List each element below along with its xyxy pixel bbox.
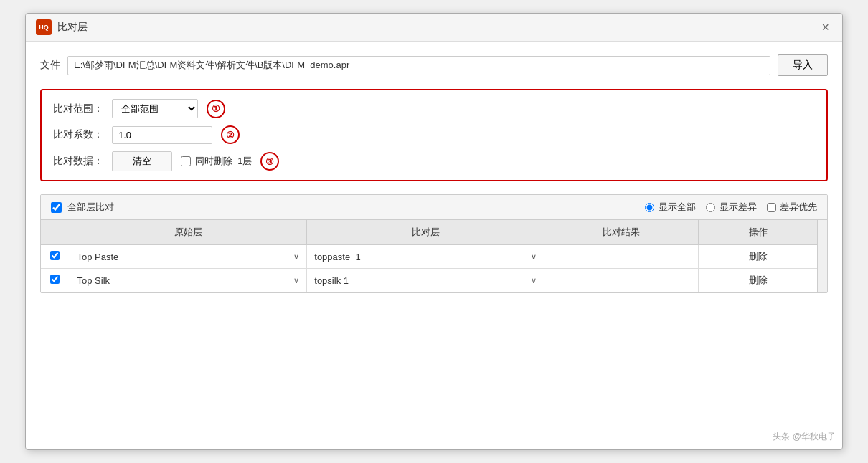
th-original-layer: 原始层	[70, 220, 307, 245]
param-row-1: 比对范围： 全部范围 ①	[53, 99, 815, 118]
table-row: Top Silk ∨ topsilk 1 ∨ 删除	[41, 269, 817, 292]
result-cell	[544, 245, 699, 269]
params-area: 比对范围： 全部范围 ① 比对系数： ② 比对数据： 清空	[40, 89, 828, 181]
radio-show-diff-group: 显示差异	[706, 201, 757, 214]
action-cell: 删除	[699, 245, 817, 269]
original-layer-dropdown[interactable]: ∨	[293, 276, 299, 285]
row-checkbox-cell	[41, 245, 70, 269]
scrollbar[interactable]	[817, 220, 827, 292]
compare-coefficient-input[interactable]	[112, 126, 212, 144]
compare-layer-dropdown[interactable]: ∨	[531, 252, 537, 262]
radio-show-diff-label: 显示差异	[720, 201, 757, 214]
compare-layer-name: toppaste_1	[314, 252, 527, 262]
window-title: 比对层	[57, 21, 88, 34]
param-label-1: 比对范围：	[53, 102, 103, 115]
close-button[interactable]: ×	[819, 19, 832, 35]
delete-layer-checkbox[interactable]	[181, 156, 191, 166]
compare-layer-dropdown[interactable]: ∨	[531, 276, 537, 285]
param-label-2: 比对系数：	[53, 128, 103, 141]
radio-show-all-group: 显示全部	[645, 201, 696, 214]
table-row: Top Paste ∨ toppaste_1 ∨ 删除	[41, 245, 817, 269]
th-action: 操作	[699, 220, 817, 245]
th-checkbox	[41, 220, 70, 245]
clear-button[interactable]: 清空	[112, 151, 172, 171]
layers-table: 原始层 比对层 比对结果 操作 Top Paste	[41, 220, 817, 292]
original-layer-cell: Top Paste ∨	[70, 245, 307, 269]
row-checkbox[interactable]	[50, 251, 60, 260]
layers-table-container: 原始层 比对层 比对结果 操作 Top Paste	[41, 220, 817, 292]
original-layer-name: Top Silk	[77, 275, 290, 286]
all-layers-label: 全部层比对	[67, 201, 114, 214]
action-cell: 删除	[699, 269, 817, 292]
original-layer-cell: Top Silk ∨	[70, 269, 307, 292]
compare-layer-name: topsilk 1	[314, 275, 527, 286]
circle-num-1: ①	[207, 100, 225, 118]
radio-show-all[interactable]	[645, 203, 654, 212]
row-checkbox[interactable]	[50, 275, 60, 284]
file-label: 文件	[40, 59, 60, 72]
file-row: 文件 导入	[40, 54, 828, 76]
diff-priority-label: 差异优先	[780, 201, 817, 214]
import-button[interactable]: 导入	[778, 54, 828, 76]
param-label-3: 比对数据：	[53, 155, 103, 168]
th-result: 比对结果	[544, 220, 699, 245]
th-compare-layer: 比对层	[307, 220, 544, 245]
title-bar: HQ 比对层 ×	[26, 14, 842, 42]
radio-show-all-label: 显示全部	[659, 201, 696, 214]
compare-header: 全部层比对 显示全部 显示差异 差异优先	[41, 195, 827, 220]
delete-check-label: 同时删除_1层	[195, 155, 252, 168]
result-cell	[544, 269, 699, 292]
radio-show-diff[interactable]	[706, 203, 715, 212]
row-checkbox-cell	[41, 269, 70, 292]
original-layer-dropdown[interactable]: ∨	[293, 252, 299, 262]
compare-section: 全部层比对 显示全部 显示差异 差异优先	[40, 194, 828, 293]
action-delete[interactable]: 删除	[749, 275, 768, 285]
app-icon: HQ	[36, 19, 52, 35]
diff-priority-group: 差异优先	[767, 201, 817, 214]
table-header-row: 原始层 比对层 比对结果 操作	[41, 220, 817, 245]
compare-range-select[interactable]: 全部范围	[112, 99, 198, 118]
compare-layer-cell: toppaste_1 ∨	[307, 245, 544, 269]
all-layers-checkbox[interactable]	[51, 202, 62, 213]
file-path-input[interactable]	[67, 56, 770, 75]
compare-layer-cell: topsilk 1 ∨	[307, 269, 544, 292]
circle-num-3: ③	[260, 152, 279, 171]
circle-num-2: ②	[221, 125, 240, 144]
diff-priority-checkbox[interactable]	[767, 203, 776, 212]
original-layer-name: Top Paste	[77, 252, 290, 262]
param-row-2: 比对系数： ②	[53, 125, 815, 144]
action-delete[interactable]: 删除	[749, 251, 768, 262]
param-row-3: 比对数据： 清空 同时删除_1层 ③	[53, 151, 815, 171]
delete-check-group: 同时删除_1层	[181, 155, 252, 168]
